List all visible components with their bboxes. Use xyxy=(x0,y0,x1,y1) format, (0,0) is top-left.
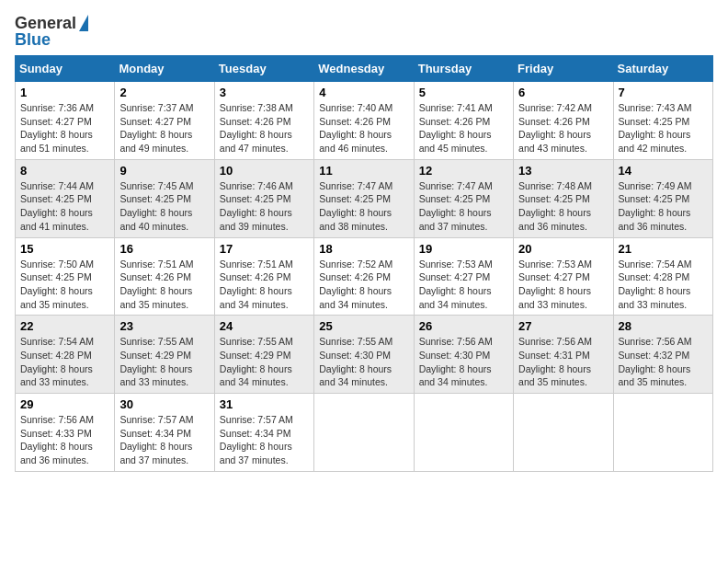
cell-detail: Sunrise: 7:57 AMSunset: 4:34 PMDaylight:… xyxy=(119,414,193,465)
cell-detail: Sunrise: 7:56 AMSunset: 4:31 PMDaylight:… xyxy=(518,336,592,387)
day-number: 15 xyxy=(20,242,109,256)
calendar-week-row: 8 Sunrise: 7:44 AMSunset: 4:25 PMDayligh… xyxy=(16,159,713,237)
cell-detail: Sunrise: 7:54 AMSunset: 4:28 PMDaylight:… xyxy=(619,259,692,310)
calendar-cell: 4 Sunrise: 7:40 AMSunset: 4:26 PMDayligh… xyxy=(314,82,414,160)
calendar-cell: 9 Sunrise: 7:45 AMSunset: 4:25 PMDayligh… xyxy=(115,159,214,237)
calendar-cell: 19 Sunrise: 7:53 AMSunset: 4:27 PMDaylig… xyxy=(414,237,513,316)
calendar-cell: 29 Sunrise: 7:56 AMSunset: 4:33 PMDaylig… xyxy=(16,394,115,472)
day-number: 8 xyxy=(20,164,109,178)
day-number: 25 xyxy=(319,319,408,333)
col-header-wednesday: Wednesday xyxy=(314,56,414,82)
day-number: 6 xyxy=(518,86,608,99)
day-number: 27 xyxy=(518,319,608,333)
cell-detail: Sunrise: 7:56 AMSunset: 4:32 PMDaylight:… xyxy=(619,336,692,387)
cell-detail: Sunrise: 7:41 AMSunset: 4:26 PMDaylight:… xyxy=(419,102,493,154)
day-number: 17 xyxy=(220,242,309,256)
cell-detail: Sunrise: 7:55 AMSunset: 4:30 PMDaylight:… xyxy=(319,336,392,387)
day-number: 23 xyxy=(119,319,209,333)
cell-detail: Sunrise: 7:55 AMSunset: 4:29 PMDaylight:… xyxy=(119,336,193,387)
calendar-week-row: 29 Sunrise: 7:56 AMSunset: 4:33 PMDaylig… xyxy=(16,394,713,472)
calendar-cell: 21 Sunrise: 7:54 AMSunset: 4:28 PMDaylig… xyxy=(613,237,712,316)
cell-detail: Sunrise: 7:51 AMSunset: 4:26 PMDaylight:… xyxy=(220,259,293,310)
cell-detail: Sunrise: 7:46 AMSunset: 4:25 PMDaylight:… xyxy=(220,180,293,232)
day-number: 22 xyxy=(20,319,109,333)
calendar-cell: 28 Sunrise: 7:56 AMSunset: 4:32 PMDaylig… xyxy=(613,316,712,394)
calendar-cell xyxy=(414,394,513,472)
calendar-table: SundayMondayTuesdayWednesdayThursdayFrid… xyxy=(15,55,713,472)
cell-detail: Sunrise: 7:55 AMSunset: 4:29 PMDaylight:… xyxy=(220,336,293,387)
logo-text-general: General xyxy=(15,15,76,31)
cell-detail: Sunrise: 7:51 AMSunset: 4:26 PMDaylight:… xyxy=(119,259,193,310)
cell-detail: Sunrise: 7:57 AMSunset: 4:34 PMDaylight:… xyxy=(220,414,293,465)
day-number: 2 xyxy=(119,86,209,99)
calendar-cell: 22 Sunrise: 7:54 AMSunset: 4:28 PMDaylig… xyxy=(16,316,115,394)
day-number: 13 xyxy=(518,164,608,178)
cell-detail: Sunrise: 7:45 AMSunset: 4:25 PMDaylight:… xyxy=(119,180,193,232)
cell-detail: Sunrise: 7:56 AMSunset: 4:30 PMDaylight:… xyxy=(419,336,493,387)
day-number: 10 xyxy=(220,164,309,178)
day-number: 5 xyxy=(419,86,508,99)
day-number: 29 xyxy=(20,397,109,411)
col-header-saturday: Saturday xyxy=(613,56,712,82)
day-number: 31 xyxy=(220,397,309,411)
calendar-cell: 31 Sunrise: 7:57 AMSunset: 4:34 PMDaylig… xyxy=(214,394,313,472)
calendar-cell: 23 Sunrise: 7:55 AMSunset: 4:29 PMDaylig… xyxy=(115,316,214,394)
day-number: 3 xyxy=(220,86,309,99)
calendar-cell: 16 Sunrise: 7:51 AMSunset: 4:26 PMDaylig… xyxy=(115,237,214,316)
day-number: 4 xyxy=(319,86,408,99)
day-number: 28 xyxy=(619,319,708,333)
logo-text-blue: Blue xyxy=(15,30,51,49)
calendar-cell: 11 Sunrise: 7:47 AMSunset: 4:25 PMDaylig… xyxy=(314,159,414,237)
page-header: General Blue xyxy=(15,15,713,48)
cell-detail: Sunrise: 7:37 AMSunset: 4:27 PMDaylight:… xyxy=(119,102,193,154)
calendar-cell: 10 Sunrise: 7:46 AMSunset: 4:25 PMDaylig… xyxy=(214,159,313,237)
col-header-thursday: Thursday xyxy=(414,56,513,82)
calendar-cell xyxy=(613,394,712,472)
calendar-cell xyxy=(514,394,613,472)
cell-detail: Sunrise: 7:36 AMSunset: 4:27 PMDaylight:… xyxy=(20,102,94,154)
day-number: 19 xyxy=(419,242,508,256)
day-number: 14 xyxy=(619,164,708,178)
calendar-cell: 25 Sunrise: 7:55 AMSunset: 4:30 PMDaylig… xyxy=(314,316,414,394)
calendar-cell: 13 Sunrise: 7:48 AMSunset: 4:25 PMDaylig… xyxy=(514,159,613,237)
day-number: 11 xyxy=(319,164,408,178)
cell-detail: Sunrise: 7:47 AMSunset: 4:25 PMDaylight:… xyxy=(419,180,493,232)
cell-detail: Sunrise: 7:43 AMSunset: 4:25 PMDaylight:… xyxy=(619,102,692,154)
calendar-week-row: 1 Sunrise: 7:36 AMSunset: 4:27 PMDayligh… xyxy=(16,82,713,160)
calendar-cell: 6 Sunrise: 7:42 AMSunset: 4:26 PMDayligh… xyxy=(514,82,613,160)
day-number: 18 xyxy=(319,242,408,256)
col-header-monday: Monday xyxy=(115,56,214,82)
day-number: 30 xyxy=(119,397,209,411)
day-number: 26 xyxy=(419,319,508,333)
calendar-cell: 17 Sunrise: 7:51 AMSunset: 4:26 PMDaylig… xyxy=(214,237,313,316)
calendar-cell: 30 Sunrise: 7:57 AMSunset: 4:34 PMDaylig… xyxy=(115,394,214,472)
cell-detail: Sunrise: 7:50 AMSunset: 4:25 PMDaylight:… xyxy=(20,259,94,310)
calendar-cell: 27 Sunrise: 7:56 AMSunset: 4:31 PMDaylig… xyxy=(514,316,613,394)
calendar-cell: 1 Sunrise: 7:36 AMSunset: 4:27 PMDayligh… xyxy=(16,82,115,160)
cell-detail: Sunrise: 7:47 AMSunset: 4:25 PMDaylight:… xyxy=(319,180,392,232)
cell-detail: Sunrise: 7:54 AMSunset: 4:28 PMDaylight:… xyxy=(20,336,94,387)
day-number: 16 xyxy=(119,242,209,256)
cell-detail: Sunrise: 7:38 AMSunset: 4:26 PMDaylight:… xyxy=(220,102,293,154)
day-number: 1 xyxy=(20,86,109,99)
calendar-cell: 3 Sunrise: 7:38 AMSunset: 4:26 PMDayligh… xyxy=(214,82,313,160)
cell-detail: Sunrise: 7:44 AMSunset: 4:25 PMDaylight:… xyxy=(20,180,94,232)
calendar-cell: 2 Sunrise: 7:37 AMSunset: 4:27 PMDayligh… xyxy=(115,82,214,160)
cell-detail: Sunrise: 7:52 AMSunset: 4:26 PMDaylight:… xyxy=(319,259,392,310)
calendar-cell: 20 Sunrise: 7:53 AMSunset: 4:27 PMDaylig… xyxy=(514,237,613,316)
calendar-cell: 24 Sunrise: 7:55 AMSunset: 4:29 PMDaylig… xyxy=(214,316,313,394)
calendar-cell: 14 Sunrise: 7:49 AMSunset: 4:25 PMDaylig… xyxy=(613,159,712,237)
cell-detail: Sunrise: 7:56 AMSunset: 4:33 PMDaylight:… xyxy=(20,414,94,465)
cell-detail: Sunrise: 7:42 AMSunset: 4:26 PMDaylight:… xyxy=(518,102,592,154)
calendar-cell xyxy=(314,394,414,472)
calendar-week-row: 15 Sunrise: 7:50 AMSunset: 4:25 PMDaylig… xyxy=(16,237,713,316)
calendar-cell: 12 Sunrise: 7:47 AMSunset: 4:25 PMDaylig… xyxy=(414,159,513,237)
calendar-cell: 8 Sunrise: 7:44 AMSunset: 4:25 PMDayligh… xyxy=(16,159,115,237)
col-header-sunday: Sunday xyxy=(16,56,115,82)
logo: General Blue xyxy=(15,15,88,48)
cell-detail: Sunrise: 7:40 AMSunset: 4:26 PMDaylight:… xyxy=(319,102,392,154)
day-number: 12 xyxy=(419,164,508,178)
cell-detail: Sunrise: 7:53 AMSunset: 4:27 PMDaylight:… xyxy=(419,259,493,310)
col-header-friday: Friday xyxy=(514,56,613,82)
logo-triangle-icon xyxy=(79,15,88,31)
